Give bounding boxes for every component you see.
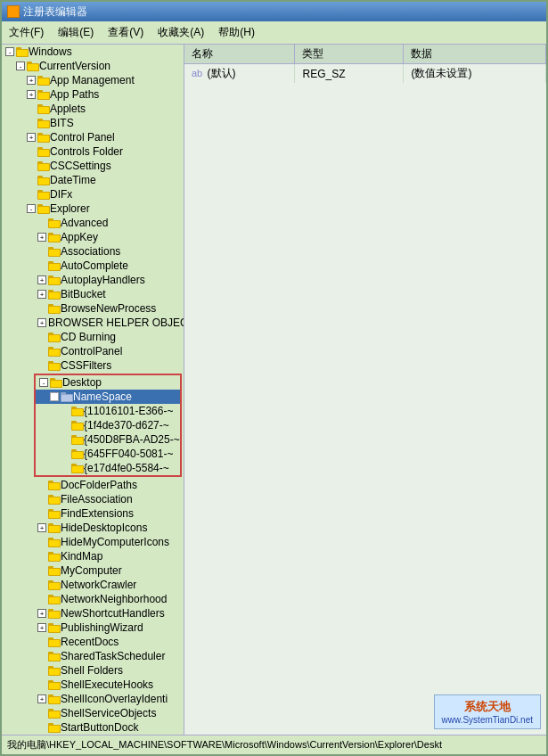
folder-icon [48, 622, 61, 633]
tree-item-associations[interactable]: Associations [2, 244, 184, 259]
expand-btn-bitbucket[interactable]: + [37, 290, 46, 299]
expand-btn-desktop[interactable]: - [39, 378, 48, 387]
menu-view[interactable]: 查看(V) [101, 23, 151, 42]
tree-item-apppaths[interactable]: + App Paths [2, 87, 184, 102]
tree-item-appkey[interactable]: + AppKey [2, 230, 184, 244]
svg-rect-122 [49, 626, 60, 632]
left-panel[interactable]: - Windows - CurrentVersion [2, 45, 184, 735]
tree-item-networkcrawler[interactable]: NetworkCrawler [2, 578, 184, 592]
tree-item-shellexecutehooks[interactable]: ShellExecuteHooks [2, 678, 184, 692]
expand-btn-hidedesktopicons[interactable]: + [37, 523, 46, 532]
tree-item-cdburning[interactable]: CD Burning [2, 330, 184, 344]
cell-name: ab (默认) [184, 64, 295, 84]
svg-rect-115 [48, 595, 53, 597]
expand-btn-windows[interactable]: - [5, 47, 14, 56]
expand-btn-apppaths[interactable]: + [27, 90, 36, 99]
tree-item-docfolderpaths[interactable]: DocFolderPaths [2, 478, 184, 492]
svg-rect-77 [72, 409, 83, 415]
tree-item-difx[interactable]: DIFx [2, 187, 184, 201]
svg-rect-64 [48, 347, 53, 349]
tree-item-kindmap[interactable]: KindMap [2, 549, 184, 563]
menu-help[interactable]: 帮助(H) [211, 23, 262, 42]
tree-item-hidemycomputericons[interactable]: HideMyComputerIcons [2, 535, 184, 549]
tree-item-autocomplete[interactable]: AutoComplete [2, 259, 184, 273]
menu-favorites[interactable]: 收藏夹(A) [151, 23, 211, 42]
tree-item-appmanagement[interactable]: + App Management [2, 73, 184, 87]
tree-item-findextensions[interactable]: FindExtensions [2, 506, 184, 521]
expand-btn-shelliconoverlayidenti[interactable]: + [37, 694, 46, 703]
tree-item-autoplayhandlers[interactable]: + AutoplayHandlers [2, 273, 184, 287]
svg-rect-40 [48, 233, 53, 235]
tree-item-guid5[interactable]: {e17d4fe0-5584-~ [36, 461, 180, 475]
tree-item-namespace[interactable]: - NameSpace [36, 390, 180, 404]
menu-bar: 文件(F) 编辑(E) 查看(V) 收藏夹(A) 帮助(H) [2, 21, 546, 45]
expand-btn-newshortcuthandlers[interactable]: + [37, 609, 46, 618]
tree-item-explorer[interactable]: - Explorer [2, 201, 184, 216]
tree-item-guid2[interactable]: {1f4de370-d627-~ [36, 418, 180, 432]
expand-btn-controlpanel[interactable]: + [27, 133, 36, 142]
tree-item-bho[interactable]: + BROWSER HELPER OBJECTS [2, 316, 184, 330]
folder-icon [71, 463, 84, 473]
tree-item-cssfilters[interactable]: CSSFilters [2, 358, 184, 373]
tree-label: HideDesktopIcons [61, 522, 147, 534]
expand-btn-publishingwizard[interactable]: + [37, 623, 46, 632]
tree-item-guid3[interactable]: {450D8FBA-AD25-~ [36, 432, 180, 447]
tree-item-shellfolders[interactable]: Shell Folders [2, 663, 184, 678]
tree-item-fileassociation[interactable]: FileAssociation [2, 492, 184, 506]
menu-edit[interactable]: 编辑(E) [51, 23, 101, 42]
tree-item-sharedtaskscheduler[interactable]: SharedTaskScheduler [2, 649, 184, 663]
svg-rect-119 [49, 612, 60, 618]
tree-item-datetime[interactable]: DateTime [2, 173, 184, 187]
tree-label: ShellIconOverlayIdenti [61, 693, 168, 705]
expand-btn-namespace[interactable]: - [50, 392, 59, 401]
tree-label: ShellServiceObjects [61, 707, 156, 719]
col-header-type[interactable]: 类型 [295, 45, 404, 64]
tree-item-hidedesktopicons[interactable]: + HideDesktopIcons [2, 521, 184, 535]
tree-item-cscsettings[interactable]: CSCSettings [2, 159, 184, 173]
tree-item-controlpanel[interactable]: + Control Panel [2, 130, 184, 144]
tree-item-guid1[interactable]: {11016101-E366-~ [36, 404, 180, 418]
expand-btn-currentversion[interactable]: - [16, 62, 25, 70]
folder-icon [48, 608, 61, 619]
folder-icon [71, 420, 84, 431]
expand-btn-bho[interactable]: + [37, 318, 46, 327]
tree-item-windows[interactable]: - Windows [2, 45, 184, 59]
expand-btn-appmanagement[interactable]: + [27, 76, 36, 85]
svg-rect-125 [49, 640, 60, 646]
tree-item-newshortcuthandlers[interactable]: + NewShortcutHandlers [2, 606, 184, 620]
tree-item-browsenewprocess[interactable]: BrowseNewProcess [2, 301, 184, 316]
tree-item-cp2[interactable]: ControlPanel [2, 344, 184, 358]
tree-item-guid4[interactable]: {645FF040-5081-~ [36, 447, 180, 461]
svg-rect-28 [37, 176, 43, 178]
menu-file[interactable]: 文件(F) [2, 23, 51, 42]
tree-item-controlsfolder[interactable]: Controls Folder [2, 144, 184, 159]
tree-label: NetworkNeighborhood [61, 593, 167, 605]
folder-icon [50, 377, 62, 388]
svg-rect-68 [49, 364, 60, 370]
tree-label: NetworkCrawler [61, 579, 136, 591]
svg-rect-35 [38, 207, 49, 213]
tree-item-advanced[interactable]: Advanced [2, 216, 184, 230]
tree-item-recentdocs[interactable]: RecentDocs [2, 635, 184, 649]
tree-item-desktop[interactable]: - Desktop [36, 375, 180, 390]
col-header-name[interactable]: 名称 [184, 45, 295, 64]
table-row[interactable]: ab (默认) REG_SZ (数值未设置) [184, 64, 546, 84]
tree-item-bits[interactable]: BITS [2, 116, 184, 130]
svg-rect-23 [38, 150, 49, 156]
expand-btn-explorer[interactable]: - [27, 204, 36, 213]
tree-item-shellserviceobjects[interactable]: ShellServiceObjects [2, 706, 184, 720]
svg-rect-100 [48, 523, 53, 526]
tree-item-applets[interactable]: Applets [2, 102, 184, 116]
col-header-data[interactable]: 数据 [404, 45, 546, 64]
tree-item-bitbucket[interactable]: + BitBucket [2, 287, 184, 301]
tree-item-startbuttondock[interactable]: StartButtonDock [2, 720, 184, 735]
folder-icon [48, 246, 61, 257]
tree-item-mycomputer[interactable]: MyComputer [2, 563, 184, 578]
expand-btn-autoplayhandlers[interactable]: + [37, 275, 46, 284]
tree-item-networkneighborhood[interactable]: NetworkNeighborhood [2, 592, 184, 606]
tree-item-currentversion[interactable]: - CurrentVersion [2, 59, 184, 73]
watermark: 系统天地 www.SystemTianDi.net [434, 694, 541, 729]
tree-item-publishingwizard[interactable]: + PublishingWizard [2, 620, 184, 635]
tree-item-shelliconoverlayidenti[interactable]: + ShellIconOverlayIdenti [2, 692, 184, 706]
expand-btn-appkey[interactable]: + [37, 233, 46, 242]
